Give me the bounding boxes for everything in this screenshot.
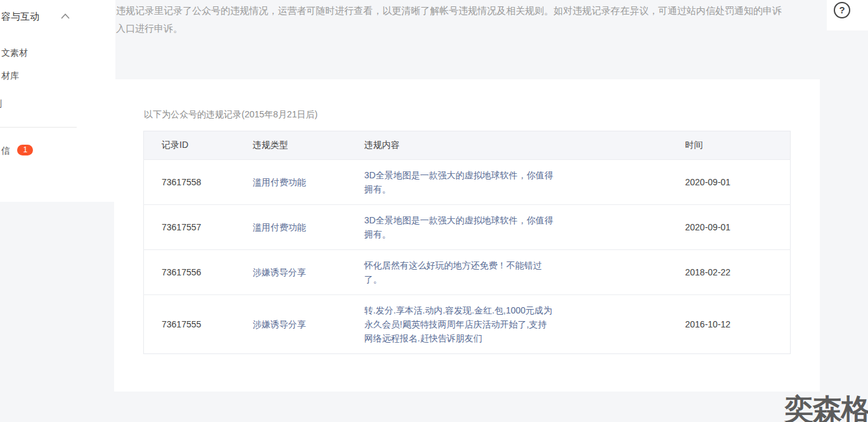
help-icon[interactable]: ? <box>834 2 850 18</box>
record-id-cell: 73617556 <box>144 250 253 295</box>
violation-type-link[interactable]: 滥用付费功能 <box>253 222 306 232</box>
unread-count-badge: 1 <box>17 145 33 155</box>
violation-records-card: 以下为公众号的违规记录(2015年8月21日后) 记录ID 违规类型 违规内容 … <box>114 79 820 392</box>
violation-content-cell: 怀化居然有这么好玩的地方还免费！不能错过 了。 <box>365 250 685 295</box>
records-list-title: 以下为公众号的违规记录(2015年8月21日后) <box>144 109 318 121</box>
sidebar-item-library[interactable]: 材库 <box>1 69 19 82</box>
violation-type-link[interactable]: 涉嫌诱导分享 <box>253 319 306 329</box>
violation-record-description: 违规记录里记录了公众号的违规情况，运营者可随时进行查看，以更清晰了解帐号违规情况… <box>116 2 813 37</box>
sidebar-group-label: 容与互动 <box>1 9 39 24</box>
violation-content-link[interactable]: 3D全景地图是一款强大的虚拟地球软件，你值得 拥有。 <box>365 168 554 196</box>
table-row: 73617558 滥用付费功能 3D全景地图是一款强大的虚拟地球软件，你值得 拥… <box>144 160 791 205</box>
sidebar-item-messages[interactable]: 信 1 <box>1 144 33 155</box>
time-cell: 2020-09-01 <box>685 205 791 250</box>
violation-type-cell: 涉嫌诱导分享 <box>253 295 365 354</box>
violation-type-cell: 滥用付费功能 <box>253 160 365 205</box>
time-cell: 2020-09-01 <box>685 160 791 205</box>
column-header-violation-content: 违规内容 <box>365 131 685 160</box>
violation-content-cell: 转.发分.享本活.动内.容发现.金红.包,1000元成为 永久会员!飓英特技两周… <box>365 295 685 354</box>
violation-type-cell: 滥用付费功能 <box>253 205 365 250</box>
table-row: 73617557 滥用付费功能 3D全景地图是一款强大的虚拟地球软件，你值得 拥… <box>144 205 791 250</box>
sidebar: 容与互动 文素材 材库 则 信 1 <box>0 0 115 202</box>
table-header-row: 记录ID 违规类型 违规内容 时间 <box>144 131 791 160</box>
help-widget: ? <box>827 0 868 30</box>
violation-content-link[interactable]: 怀化居然有这么好玩的地方还免费！不能错过 了。 <box>365 258 542 286</box>
violation-content-cell: 3D全景地图是一款强大的虚拟地球软件，你值得 拥有。 <box>365 160 685 205</box>
sidebar-item-material[interactable]: 文素材 <box>1 46 28 59</box>
table-row: 73617555 涉嫌诱导分享 转.发分.享本活.动内.容发现.金红.包,100… <box>144 295 791 354</box>
violation-content-cell: 3D全景地图是一款强大的虚拟地球软件，你值得 拥有。 <box>365 205 685 250</box>
violation-content-link[interactable]: 转.发分.享本活.动内.容发现.金红.包,1000元成为 永久会员!飓英特技两周… <box>365 303 552 345</box>
record-id-cell: 73617555 <box>144 295 253 354</box>
column-header-record-id: 记录ID <box>144 131 253 160</box>
sidebar-item-rules-clipped[interactable]: 则 <box>0 97 2 110</box>
sidebar-item-label: 信 <box>1 145 10 155</box>
watermark: 奕森格 <box>784 390 868 422</box>
table-row: 73617556 涉嫌诱导分享 怀化居然有这么好玩的地方还免费！不能错过 了。 … <box>144 250 791 295</box>
time-cell: 2018-02-22 <box>685 250 791 295</box>
record-id-cell: 73617558 <box>144 160 253 205</box>
violation-type-link[interactable]: 滥用付费功能 <box>253 177 306 187</box>
violation-type-cell: 涉嫌诱导分享 <box>253 250 365 295</box>
record-id-cell: 73617557 <box>144 205 253 250</box>
sidebar-group-content-interaction[interactable]: 容与互动 <box>0 9 115 24</box>
column-header-violation-type: 违规类型 <box>253 131 365 160</box>
chevron-up-icon <box>61 13 70 19</box>
sidebar-divider <box>0 127 77 128</box>
violation-table-body: 73617558 滥用付费功能 3D全景地图是一款强大的虚拟地球软件，你值得 拥… <box>144 160 791 354</box>
column-header-time: 时间 <box>685 131 791 160</box>
violation-type-link[interactable]: 涉嫌诱导分享 <box>253 267 306 277</box>
violation-content-link[interactable]: 3D全景地图是一款强大的虚拟地球软件，你值得 拥有。 <box>365 213 554 241</box>
violation-table: 记录ID 违规类型 违规内容 时间 73617558 滥用付费功能 3D全景地图… <box>143 131 791 354</box>
time-cell: 2016-10-12 <box>685 295 791 354</box>
